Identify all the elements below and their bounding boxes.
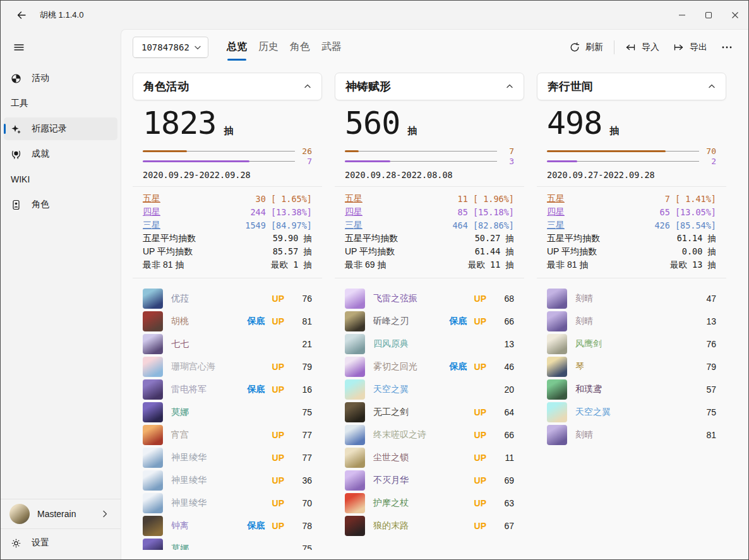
item-count: 75: [299, 544, 312, 550]
item-name: 不灭月华: [373, 475, 409, 486]
item-count: 70: [299, 498, 312, 508]
close-button[interactable]: [722, 1, 748, 29]
star4-link[interactable]: 四星: [547, 206, 565, 218]
progress-track: [143, 150, 295, 152]
star4-link[interactable]: 四星: [345, 206, 363, 218]
banner-card-header[interactable]: 奔行世间: [537, 73, 726, 100]
item-count: 11: [501, 453, 514, 463]
banner-stats: 五星30 [ 1.65%]四星244 [13.38%]三星1549 [84.97…: [133, 187, 322, 271]
sidebar: 活动 工具 祈愿记录 成就 WIKI 角色 Masterain: [1, 29, 121, 559]
stat-row: 最非 69 抽最欧 11 抽: [345, 258, 514, 271]
menu-button[interactable]: [7, 37, 31, 58]
chevron-up-icon: [506, 83, 513, 90]
sidebar-item-settings[interactable]: 设置: [4, 530, 117, 556]
item-avatar: [143, 425, 163, 445]
pity-badge: 保底: [248, 384, 265, 395]
list-item: 宵宫UP77: [143, 424, 312, 446]
item-avatar: [143, 448, 163, 468]
banner-card-header[interactable]: 神铸赋形: [335, 73, 524, 100]
import-icon: [625, 42, 636, 52]
list-item: 刻晴81: [547, 424, 716, 446]
star5-link[interactable]: 五星: [345, 193, 363, 205]
stat-value: 244 [13.38%]: [250, 207, 312, 217]
item-count: 67: [501, 521, 514, 531]
refresh-button[interactable]: 刷新: [563, 37, 610, 57]
item-count: 13: [501, 339, 514, 349]
total-pulls: 560抽: [345, 107, 514, 140]
stat-value: 59.90 抽: [273, 233, 312, 244]
progress-fill: [143, 160, 249, 162]
user-account-button[interactable]: Masterain: [4, 501, 117, 527]
list-item: 莫娜75: [143, 537, 312, 550]
stat-row: 最非 81 抽最欧 1 抽: [143, 258, 312, 271]
item-name: 优菈: [171, 293, 189, 304]
star5-link[interactable]: 五星: [547, 193, 565, 205]
item-count: 81: [299, 316, 312, 326]
minimize-button[interactable]: [669, 1, 695, 29]
item-name: 莫娜: [171, 407, 189, 418]
item-avatar: [345, 289, 365, 309]
item-name: 神里绫华: [171, 497, 207, 509]
up-badge: UP: [272, 521, 284, 531]
item-avatar: [345, 357, 365, 377]
user-name: Masterain: [37, 509, 76, 519]
progress-track: [547, 150, 699, 152]
sidebar-item-characters[interactable]: 角色: [4, 193, 117, 216]
back-button[interactable]: [11, 5, 32, 25]
banner-card-header[interactable]: 角色活动: [133, 73, 322, 100]
tab-characters[interactable]: 角色: [290, 30, 310, 64]
titlebar: 胡桃 1.1.4.0: [1, 1, 748, 29]
stat-label: UP 平均抽数: [547, 246, 597, 258]
import-button[interactable]: 导入: [618, 37, 666, 57]
star4-link[interactable]: 四星: [143, 206, 160, 218]
total-pulls-value: 1823: [143, 107, 216, 140]
item-name: 尘世之锁: [373, 452, 409, 463]
item-count: 77: [299, 430, 312, 440]
export-button[interactable]: 导出: [666, 37, 714, 57]
uid-select[interactable]: 107847862: [133, 37, 208, 58]
star3-link[interactable]: 三星: [547, 220, 565, 231]
date-range: 2020.09.29-2022.09.28: [143, 170, 312, 180]
item-name: 天空之翼: [575, 407, 611, 418]
five-star-pity-bar: 26: [143, 146, 312, 156]
sidebar-item-activity[interactable]: 活动: [4, 67, 117, 90]
maximize-button[interactable]: [695, 1, 722, 29]
item-badges: UP: [272, 453, 284, 463]
tab-overview[interactable]: 总览: [227, 30, 247, 64]
star3-link[interactable]: 三星: [143, 220, 160, 231]
item-badges: UP: [272, 498, 284, 508]
app-window: { "window": { "title": "胡桃 1.1.4.0" }, "…: [0, 0, 749, 560]
star5-link[interactable]: 五星: [143, 193, 160, 205]
sidebar-item-label: 活动: [32, 73, 49, 84]
app-body: 活动 工具 祈愿记录 成就 WIKI 角色 Masterain: [1, 29, 748, 559]
item-name: 斫峰之刃: [373, 316, 409, 327]
item-name: 神里绫华: [171, 475, 207, 486]
up-badge: UP: [474, 430, 486, 440]
sidebar-item-achievements[interactable]: 成就: [4, 143, 117, 165]
stat-row: 三星426 [85.54%]: [547, 218, 716, 232]
progress-fill: [547, 160, 577, 162]
item-badges: UP: [272, 475, 284, 486]
banner-title: 奔行世间: [548, 79, 593, 94]
banner-stats: 五星11 [ 1.96%]四星85 [15.18%]三星464 [82.86%]…: [335, 187, 524, 271]
tab-weapons[interactable]: 武器: [321, 30, 342, 64]
total-pulls-value: 560: [345, 107, 400, 140]
up-badge: UP: [474, 521, 486, 531]
user-avatar: [9, 504, 30, 524]
drop-list: 优菈UP76胡桃保底UP81七七21珊瑚宫心海UP79雷电将军保底UP16莫娜7…: [133, 278, 322, 550]
stat-value: 426 [85.54%]: [654, 220, 716, 230]
item-count: 21: [299, 339, 312, 349]
refresh-label: 刷新: [585, 42, 603, 53]
item-count: 64: [501, 407, 514, 417]
star3-link[interactable]: 三星: [345, 220, 363, 231]
sidebar-item-wish-records[interactable]: 祈愿记录: [4, 117, 117, 140]
tab-history[interactable]: 历史: [258, 30, 279, 64]
more-button[interactable]: [714, 38, 740, 57]
list-item: 无工之剑UP64: [345, 401, 514, 424]
item-name: 狼的末路: [373, 520, 409, 532]
list-item: 胡桃保底UP81: [143, 310, 312, 333]
up-badge: UP: [272, 453, 284, 463]
stat-label: UP 平均抽数: [143, 246, 193, 258]
up-badge: UP: [474, 453, 486, 463]
item-count: 36: [299, 475, 312, 486]
